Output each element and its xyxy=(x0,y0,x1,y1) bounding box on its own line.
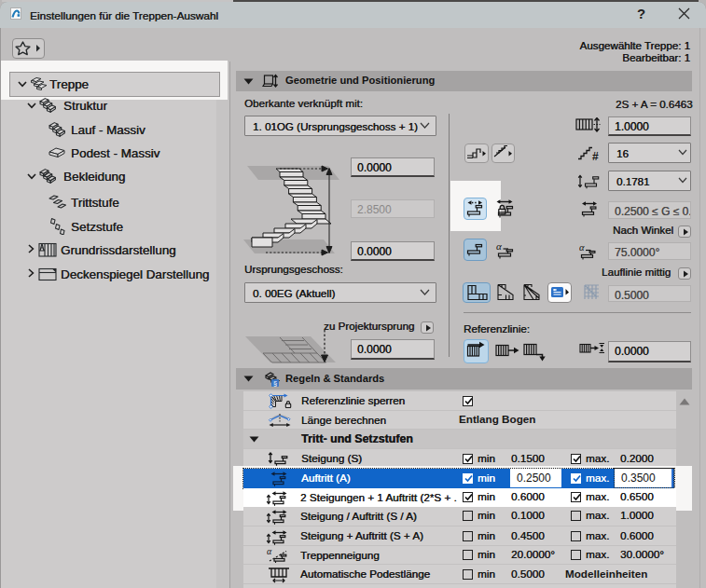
svg-text:§: § xyxy=(273,379,277,388)
svg-text:α: α xyxy=(496,240,502,252)
svg-text:α: α xyxy=(579,243,585,253)
svg-text:α: α xyxy=(267,548,272,556)
svg-text:#: # xyxy=(592,150,599,163)
